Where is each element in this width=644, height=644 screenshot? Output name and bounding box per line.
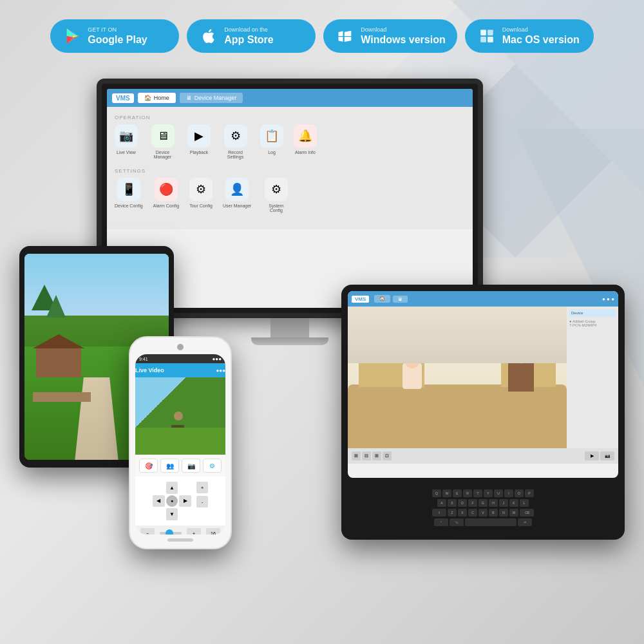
sidebar-detail-2: 7.PCN-M2WIP4 [569, 323, 616, 327]
app-store-button[interactable]: Download on the App Store [187, 19, 316, 53]
operation-icons: 📷 Live View 🖥 Device Manager ▶ Playback [115, 124, 465, 159]
record-icon-item[interactable]: ⚙ Record Settings [221, 124, 250, 159]
live-view-icon-item[interactable]: 📷 Live View [115, 124, 138, 159]
key-c[interactable]: C [468, 509, 477, 516]
playback-icon-item[interactable]: ▶ Playback [187, 124, 211, 159]
toolbar-record[interactable]: ▶ [585, 451, 599, 460]
key-shift[interactable]: ⇧ [432, 509, 446, 516]
toolbar-btn-2[interactable]: ⊟ [362, 451, 371, 460]
dpad-tl [153, 482, 165, 494]
phone-btn-1[interactable]: 🎯 [139, 459, 158, 473]
log-icon-item[interactable]: 📋 Log [260, 124, 283, 159]
zoom-handle[interactable] [166, 529, 173, 535]
key-h[interactable]: H [489, 499, 498, 507]
google-play-button[interactable]: GET IT ON Google Play [50, 19, 179, 53]
key-alt[interactable]: ⌥ [450, 518, 464, 526]
key-n[interactable]: N [499, 509, 508, 516]
alarm-icon-item[interactable]: 🔔 Alarm Info [294, 124, 317, 159]
dpad-bl [153, 508, 165, 520]
device-config-item[interactable]: 📱 Device Config [115, 178, 143, 213]
vms-tab-home[interactable]: 🏠 Home [138, 93, 176, 103]
system-config-label: System Config [261, 204, 290, 213]
phone-signal: ●●● [213, 356, 222, 362]
key-b[interactable]: B [489, 509, 498, 516]
phone-camera [177, 344, 184, 350]
tree-2 [46, 295, 66, 317]
phone-btn-4[interactable]: ⚙ [203, 459, 222, 473]
vms-content: OPERATION 📷 Live View 🖥 Device Manager [107, 107, 473, 229]
macos-text: Download Mac OS version [502, 26, 580, 46]
windows-small: Download [361, 26, 445, 33]
macos-button[interactable]: Download Mac OS version [465, 19, 594, 53]
dpad-left[interactable]: ◀ [153, 495, 165, 507]
key-l[interactable]: L [520, 499, 529, 507]
device-manager-icon-item[interactable]: 🖥 Device Manager [148, 124, 177, 159]
dpad-center[interactable]: ● [166, 495, 178, 507]
dpad-up[interactable]: ▲ [166, 482, 178, 494]
key-m[interactable]: M [509, 509, 518, 516]
toolbar-capture[interactable]: 📷 [600, 451, 614, 460]
playback-label: Playback [190, 150, 208, 155]
house-roof [33, 334, 84, 348]
tour-config-item[interactable]: ⚙ Tour Config [189, 178, 213, 213]
system-config-item[interactable]: ⚙ System Config [261, 178, 290, 213]
macos-big: Mac OS version [502, 33, 580, 46]
toolbar-btn-4[interactable]: ⊡ [383, 451, 392, 460]
phone-btn-3[interactable]: 📷 [182, 459, 200, 473]
sidebar-item-1[interactable]: Device [569, 309, 616, 317]
key-d[interactable]: D [458, 499, 467, 507]
key-ctrl[interactable]: ⌃ [434, 518, 448, 526]
phone-dpad-area: ▲ ◀ ● ▶ ▼ + - [135, 477, 225, 526]
phone-btn-2[interactable]: 👥 [160, 459, 179, 473]
toolbar-btn-1[interactable]: ⊞ [352, 451, 361, 460]
key-z[interactable]: Z [448, 509, 457, 516]
toolbar-btn-3[interactable]: ⊞ [372, 451, 381, 460]
key-space[interactable] [465, 518, 516, 526]
key-p[interactable]: P [525, 489, 534, 497]
extra-btn-2[interactable]: - [196, 496, 208, 507]
key-x[interactable]: X [458, 509, 467, 516]
monitor-stand [270, 318, 309, 337]
key-j[interactable]: J [499, 499, 508, 507]
tour-config-label: Tour Config [189, 204, 213, 208]
house-body [36, 348, 81, 377]
keyboard-row-3: ⇧ Z X C V B N M ⌫ [432, 509, 534, 516]
key-q[interactable]: Q [432, 489, 441, 497]
app-store-small: Download on the [224, 26, 273, 33]
vms-tab-device[interactable]: 🖥 Device Manager [180, 93, 243, 103]
zoom-out[interactable]: − [140, 528, 155, 535]
key-i[interactable]: I [504, 489, 513, 497]
zoom-in[interactable]: + [187, 528, 201, 535]
key-v[interactable]: V [478, 509, 488, 516]
key-o[interactable]: O [515, 489, 524, 497]
key-y[interactable]: Y [484, 489, 493, 497]
key-backspace[interactable]: ⌫ [520, 509, 534, 516]
dpad-grid: ▲ ◀ ● ▶ ▼ [153, 482, 191, 520]
alarm-config-item[interactable]: 🔴 Alarm Config [153, 178, 179, 213]
key-r[interactable]: R [463, 489, 472, 497]
user-manager-item[interactable]: 👤 User Manager [223, 178, 251, 213]
system-config-icon: ⚙ [265, 178, 288, 201]
zoom-16[interactable]: 16 [206, 528, 220, 535]
key-t[interactable]: T [473, 489, 482, 497]
key-u[interactable]: U [494, 489, 503, 497]
extra-btn-1[interactable]: + [196, 482, 208, 493]
key-return[interactable]: ⏎ [518, 518, 532, 526]
key-s[interactable]: S [448, 499, 457, 507]
key-f[interactable]: F [468, 499, 477, 507]
zoom-slider[interactable] [160, 532, 182, 535]
key-w[interactable]: W [442, 489, 451, 497]
dpad-right[interactable]: ▶ [179, 495, 191, 507]
windows-button[interactable]: Download Windows version [323, 19, 457, 53]
dpad-down[interactable]: ▼ [166, 508, 178, 520]
key-a[interactable]: A [437, 499, 446, 507]
google-play-small: GET IT ON [88, 26, 147, 33]
key-e[interactable]: E [453, 489, 462, 497]
key-g[interactable]: G [478, 499, 488, 507]
tablet-tab-2[interactable]: 🖥 [393, 296, 408, 303]
dpad-tr [179, 482, 191, 494]
tablet-tab-1[interactable]: 🏠 [374, 295, 390, 303]
key-k[interactable]: K [509, 499, 518, 507]
tablet-video-feed [348, 307, 567, 448]
toolbar-left: ⊞ ⊟ ⊞ ⊡ [352, 451, 392, 460]
